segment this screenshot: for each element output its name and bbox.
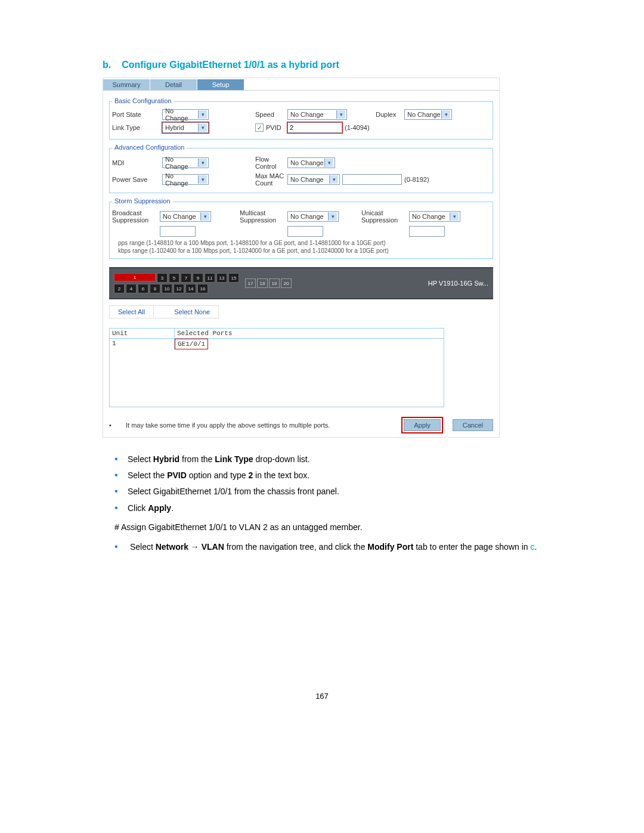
link-type-label: Link Type: [112, 124, 160, 131]
storm-legend: Storm Suppression: [112, 197, 173, 205]
chevron-down-icon: ▾: [200, 212, 209, 221]
storm-note-kbps: kbps range (1-102400 for a 100 Mbps port…: [118, 247, 490, 255]
device-name: HP V1910-16G Sw...: [428, 280, 488, 287]
mdi-select[interactable]: No Change ▾: [162, 157, 209, 168]
storm-suppression-fieldset: Storm Suppression Broadcast Suppression …: [109, 202, 493, 259]
port-2[interactable]: 2: [114, 284, 125, 293]
basic-legend: Basic Configuration: [112, 97, 174, 104]
tab-setup[interactable]: Setup: [197, 79, 244, 90]
section-title: Configure GigabitEthernet 1/0/1 as a hyb…: [122, 60, 339, 70]
basic-config-fieldset: Basic Configuration Port State No Change…: [109, 101, 493, 140]
port-17[interactable]: 17: [245, 278, 256, 288]
max-mac-input[interactable]: [342, 174, 402, 185]
cell-unit: 1: [110, 339, 175, 349]
chassis-front-panel: 13579111315 246810121416 17181920 HP V19…: [109, 267, 493, 299]
cancel-button[interactable]: Cancel: [453, 419, 493, 431]
port-15[interactable]: 15: [228, 273, 239, 283]
unicast-input[interactable]: [409, 226, 445, 237]
port-14[interactable]: 14: [185, 284, 196, 293]
duplex-label: Duplex: [376, 111, 402, 118]
speed-label: Speed: [255, 111, 285, 118]
max-mac-select[interactable]: No Change ▾: [287, 174, 340, 185]
unicast-value: No Change: [412, 213, 445, 220]
cell-selected-port: GE1/0/1: [175, 339, 208, 349]
power-save-label: Power Save: [112, 176, 160, 183]
port-19[interactable]: 19: [269, 278, 280, 288]
tab-detail[interactable]: Detail: [150, 79, 197, 90]
pvid-checkbox[interactable]: ✓: [255, 123, 264, 132]
port-5[interactable]: 5: [169, 273, 179, 283]
port-state-select[interactable]: No Change ▾: [162, 109, 209, 120]
chevron-down-icon: ▾: [328, 212, 337, 221]
storm-note-pps: pps range (1-148810 for a 100 Mbps port,…: [118, 239, 490, 247]
port-10[interactable]: 10: [162, 284, 172, 293]
pvid-input[interactable]: [287, 122, 342, 133]
port-4[interactable]: 4: [126, 284, 137, 293]
apply-button[interactable]: Apply: [404, 419, 441, 431]
multicast-value: No Change: [290, 213, 324, 220]
multicast-label: Multicast Suppression: [240, 209, 285, 224]
select-all-button[interactable]: Select All: [110, 306, 154, 318]
power-value: No Change: [165, 172, 198, 187]
select-none-button[interactable]: Select None: [166, 306, 218, 318]
tab-summary[interactable]: Summary: [103, 79, 150, 90]
port-16[interactable]: 16: [197, 284, 208, 293]
flow-control-label: Flow Control: [255, 156, 285, 170]
port-7[interactable]: 7: [181, 273, 191, 283]
port-9[interactable]: 9: [193, 273, 203, 283]
selected-ports-table: Unit Selected Ports 1 GE1/0/1: [109, 328, 444, 407]
apply-note: It may take some time if you apply the a…: [126, 422, 392, 429]
unicast-label: Unicast Suppression: [361, 209, 407, 224]
speed-select[interactable]: No Change ▾: [287, 109, 347, 120]
power-save-select[interactable]: No Change ▾: [162, 174, 209, 185]
chevron-down-icon: ▾: [198, 159, 207, 167]
chevron-down-icon: ▾: [198, 110, 207, 119]
maxmac-value: No Change: [290, 176, 324, 183]
page-number: 167: [0, 692, 644, 701]
flow-control-select[interactable]: No Change ▾: [287, 157, 335, 168]
multicast-select[interactable]: No Change ▾: [287, 211, 339, 222]
chevron-down-icon: ▾: [450, 212, 459, 221]
link-type-value: Hybrid: [165, 124, 184, 131]
setup-panel: Summary Detail Setup Basic Configuration…: [103, 78, 500, 438]
multicast-input[interactable]: [287, 226, 323, 237]
broadcast-label: Broadcast Suppression: [112, 209, 157, 224]
port-12[interactable]: 12: [174, 284, 184, 293]
chevron-down-icon: ▾: [441, 110, 450, 119]
broadcast-value: No Change: [163, 213, 196, 220]
advanced-config-fieldset: Advanced Configuration MDI No Change ▾ F…: [109, 148, 493, 193]
port-1[interactable]: 1: [114, 273, 156, 281]
duplex-select[interactable]: No Change ▾: [404, 109, 452, 120]
unicast-select[interactable]: No Change ▾: [409, 211, 460, 222]
col-unit: Unit: [110, 329, 175, 338]
duplex-value: No Change: [407, 111, 441, 118]
chevron-down-icon: ▾: [198, 123, 207, 132]
port-3[interactable]: 3: [157, 273, 168, 283]
link-type-select[interactable]: Hybrid ▾: [162, 122, 209, 133]
col-selected: Selected Ports: [175, 329, 234, 338]
chevron-down-icon: ▾: [324, 159, 333, 167]
port-20[interactable]: 20: [281, 278, 292, 288]
flow-value: No Change: [290, 159, 324, 166]
chevron-down-icon: ▾: [336, 110, 345, 119]
mdi-label: MDI: [112, 159, 160, 166]
section-marker: b.: [103, 60, 111, 70]
max-mac-label: Max MAC Count: [255, 172, 285, 187]
port-state-value: No Change: [165, 107, 198, 122]
port-11[interactable]: 11: [205, 273, 215, 283]
port-13[interactable]: 13: [216, 273, 227, 283]
instruction-text: Select Hybrid from the Link Type drop-do…: [103, 451, 592, 555]
port-8[interactable]: 8: [150, 284, 160, 293]
max-mac-range: (0-8192): [404, 176, 429, 183]
advanced-legend: Advanced Configuration: [112, 144, 187, 151]
pvid-range: (1-4094): [345, 124, 370, 131]
port-6[interactable]: 6: [138, 284, 148, 293]
mdi-value: No Change: [165, 156, 198, 170]
chevron-down-icon: ▾: [198, 175, 207, 184]
speed-value: No Change: [290, 111, 324, 118]
broadcast-select[interactable]: No Change ▾: [160, 211, 211, 222]
broadcast-input[interactable]: [160, 226, 196, 237]
chevron-down-icon: ▾: [329, 175, 338, 184]
port-18[interactable]: 18: [257, 278, 268, 288]
port-state-label: Port State: [112, 111, 160, 118]
